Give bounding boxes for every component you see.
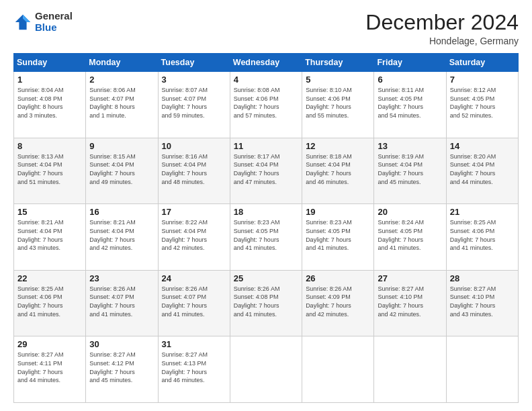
calendar-week-row: 22Sunrise: 8:25 AMSunset: 4:06 PMDayligh… [14, 270, 519, 336]
sunrise-info: Sunrise: 8:27 AM [89, 351, 136, 358]
daylight-minutes: and 41 minutes. [378, 244, 420, 251]
daylight-info: Daylight: 7 hours [378, 170, 423, 177]
sunset-info: Sunset: 4:04 PM [89, 161, 134, 168]
calendar-day-cell: 1Sunrise: 8:04 AMSunset: 4:08 PMDaylight… [14, 72, 86, 138]
sunset-info: Sunset: 4:07 PM [89, 95, 134, 102]
sunrise-info: Sunrise: 8:26 AM [234, 285, 280, 292]
day-info: Sunrise: 8:04 AMSunset: 4:08 PMDaylight:… [17, 86, 82, 120]
sunset-info: Sunset: 4:04 PM [234, 161, 279, 168]
day-number: 25 [234, 273, 298, 283]
day-number: 6 [378, 75, 442, 85]
daylight-info: Daylight: 7 hours [450, 236, 496, 243]
day-number: 5 [306, 75, 370, 85]
daylight-info: Daylight: 7 hours [234, 302, 279, 309]
daylight-minutes: and 51 minutes. [17, 179, 60, 185]
sunset-info: Sunset: 4:09 PM [306, 293, 351, 300]
day-number: 1 [17, 75, 82, 85]
daylight-info: Daylight: 7 hours [162, 236, 208, 243]
daylight-minutes: and 48 minutes. [162, 179, 205, 185]
calendar-table: SundayMondayTuesdayWednesdayThursdayFrid… [13, 53, 519, 403]
day-info: Sunrise: 8:11 AMSunset: 4:05 PMDaylight:… [378, 86, 442, 120]
calendar-week-row: 15Sunrise: 8:21 AMSunset: 4:04 PMDayligh… [14, 204, 519, 271]
calendar-day-cell: 12Sunrise: 8:18 AMSunset: 4:04 PMDayligh… [302, 138, 374, 204]
day-info: Sunrise: 8:21 AMSunset: 4:04 PMDaylight:… [89, 218, 154, 252]
month-title: December 2024 [365, 11, 519, 34]
day-number: 23 [89, 273, 154, 283]
sunrise-info: Sunrise: 8:13 AM [17, 153, 64, 160]
day-info: Sunrise: 8:27 AMSunset: 4:11 PMDaylight:… [17, 351, 82, 384]
daylight-minutes: and 41 minutes. [450, 244, 493, 251]
sunrise-info: Sunrise: 8:22 AM [162, 219, 208, 226]
logo-blue: Blue [35, 21, 57, 33]
sunrise-info: Sunrise: 8:23 AM [306, 219, 352, 226]
daylight-info: Daylight: 8 hours [17, 103, 63, 110]
daylight-info: Daylight: 7 hours [17, 369, 63, 375]
empty-cell [446, 336, 518, 403]
daylight-info: Daylight: 7 hours [450, 103, 496, 110]
day-number: 10 [162, 141, 226, 151]
daylight-minutes: and 41 minutes. [234, 311, 277, 318]
daylight-minutes: and 41 minutes. [89, 311, 132, 318]
day-info: Sunrise: 8:21 AMSunset: 4:04 PMDaylight:… [17, 218, 82, 252]
day-number: 20 [378, 207, 442, 217]
calendar-day-cell: 22Sunrise: 8:25 AMSunset: 4:06 PMDayligh… [14, 270, 86, 336]
calendar-week-row: 29Sunrise: 8:27 AMSunset: 4:11 PMDayligh… [14, 336, 519, 403]
sunset-info: Sunset: 4:08 PM [234, 293, 279, 300]
col-header-monday: Monday [86, 54, 158, 72]
sunrise-info: Sunrise: 8:26 AM [306, 285, 352, 292]
calendar-day-cell: 20Sunrise: 8:24 AMSunset: 4:05 PMDayligh… [374, 204, 446, 271]
daylight-info: Daylight: 7 hours [306, 302, 351, 309]
day-info: Sunrise: 8:24 AMSunset: 4:05 PMDaylight:… [378, 218, 442, 252]
col-header-thursday: Thursday [302, 54, 374, 72]
daylight-info: Daylight: 7 hours [306, 103, 351, 110]
day-number: 22 [17, 273, 82, 283]
col-header-sunday: Sunday [14, 54, 86, 72]
sunset-info: Sunset: 4:04 PM [162, 228, 207, 234]
sunset-info: Sunset: 4:10 PM [450, 293, 495, 300]
calendar-day-cell: 8Sunrise: 8:13 AMSunset: 4:04 PMDaylight… [14, 138, 86, 204]
sunset-info: Sunset: 4:04 PM [89, 228, 134, 234]
daylight-info: Daylight: 7 hours [234, 236, 279, 243]
day-number: 27 [378, 273, 442, 283]
day-number: 7 [450, 75, 515, 85]
day-info: Sunrise: 8:27 AMSunset: 4:13 PMDaylight:… [162, 351, 226, 384]
sunset-info: Sunset: 4:04 PM [378, 161, 423, 168]
day-info: Sunrise: 8:16 AMSunset: 4:04 PMDaylight:… [162, 152, 226, 186]
day-info: Sunrise: 8:26 AMSunset: 4:09 PMDaylight:… [306, 285, 370, 318]
daylight-minutes: and 55 minutes. [306, 112, 349, 119]
sunrise-info: Sunrise: 8:26 AM [89, 285, 136, 292]
sunset-info: Sunset: 4:05 PM [234, 228, 279, 234]
col-header-tuesday: Tuesday [158, 54, 230, 72]
sunset-info: Sunset: 4:04 PM [17, 228, 62, 234]
sunrise-info: Sunrise: 8:15 AM [89, 153, 136, 160]
sunrise-info: Sunrise: 8:26 AM [162, 285, 208, 292]
sunset-info: Sunset: 4:06 PM [306, 95, 351, 102]
calendar-day-cell: 6Sunrise: 8:11 AMSunset: 4:05 PMDaylight… [374, 72, 446, 138]
sunrise-info: Sunrise: 8:27 AM [162, 351, 208, 358]
day-number: 2 [89, 75, 154, 85]
daylight-minutes: and 41 minutes. [306, 244, 349, 251]
sunrise-info: Sunrise: 8:08 AM [234, 87, 280, 93]
daylight-minutes: and 59 minutes. [162, 112, 205, 119]
sunset-info: Sunset: 4:04 PM [306, 161, 351, 168]
daylight-minutes: and 57 minutes. [234, 112, 277, 119]
daylight-info: Daylight: 8 hours [89, 103, 135, 110]
daylight-info: Daylight: 7 hours [378, 302, 423, 309]
daylight-info: Daylight: 7 hours [450, 302, 496, 309]
sunrise-info: Sunrise: 8:25 AM [17, 285, 64, 292]
day-number: 8 [17, 141, 82, 151]
daylight-minutes: and 42 minutes. [378, 311, 420, 318]
calendar-day-cell: 18Sunrise: 8:23 AMSunset: 4:05 PMDayligh… [230, 204, 302, 271]
daylight-minutes: and 52 minutes. [450, 112, 493, 119]
day-info: Sunrise: 8:13 AMSunset: 4:04 PMDaylight:… [17, 152, 82, 186]
calendar-day-cell: 15Sunrise: 8:21 AMSunset: 4:04 PMDayligh… [14, 204, 86, 271]
day-info: Sunrise: 8:22 AMSunset: 4:04 PMDaylight:… [162, 218, 226, 252]
sunrise-info: Sunrise: 8:07 AM [162, 87, 208, 93]
sunrise-info: Sunrise: 8:11 AM [378, 87, 424, 93]
day-info: Sunrise: 8:23 AMSunset: 4:05 PMDaylight:… [306, 218, 370, 252]
daylight-info: Daylight: 7 hours [17, 170, 63, 177]
daylight-info: Daylight: 7 hours [306, 236, 351, 243]
sunset-info: Sunset: 4:04 PM [450, 161, 495, 168]
daylight-info: Daylight: 7 hours [17, 236, 63, 243]
calendar-day-cell: 21Sunrise: 8:25 AMSunset: 4:06 PMDayligh… [446, 204, 518, 271]
